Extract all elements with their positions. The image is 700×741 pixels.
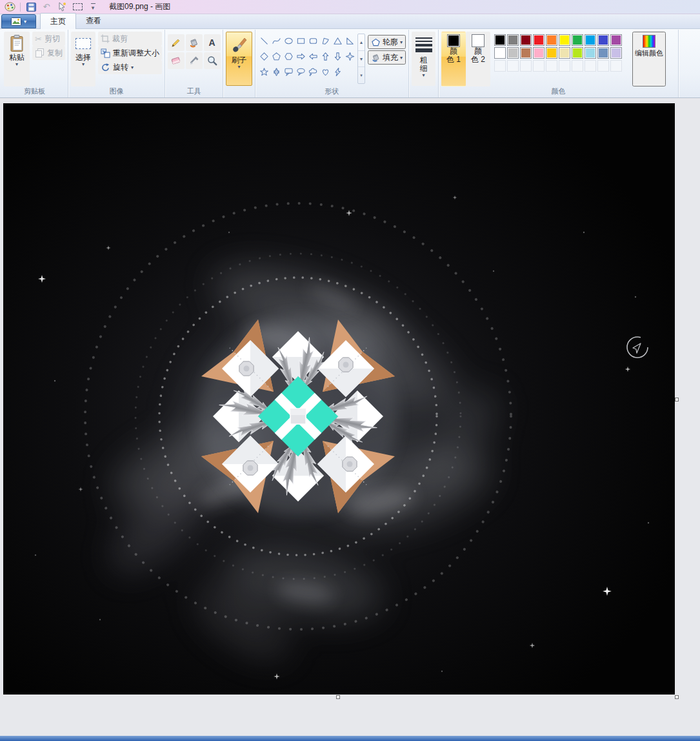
- tab-view[interactable]: 查看: [76, 13, 111, 28]
- palette-swatch[interactable]: [572, 47, 583, 59]
- palette-swatch[interactable]: [533, 34, 545, 46]
- cut-button[interactable]: ✂ 剪切: [32, 32, 65, 46]
- fill-button[interactable]: 填充 ▾: [368, 50, 406, 65]
- palette-empty-slot[interactable]: [546, 60, 557, 72]
- shape-lightning[interactable]: [332, 64, 344, 79]
- palette-empty-slot[interactable]: [610, 60, 622, 72]
- palette-swatch[interactable]: [494, 47, 506, 59]
- undo-button[interactable]: ↶: [39, 1, 54, 13]
- palette-empty-slot[interactable]: [533, 60, 545, 72]
- color1-label-line2: 色 1: [446, 56, 461, 64]
- taskbar-sliver[interactable]: [0, 736, 700, 741]
- palette-swatch[interactable]: [572, 34, 583, 46]
- chevron-down-icon: ▾: [237, 65, 240, 69]
- shape-heart[interactable]: [319, 64, 332, 79]
- canvas[interactable]: [3, 103, 675, 695]
- shape-triangle[interactable]: [332, 33, 344, 48]
- shape-hexagon[interactable]: [283, 48, 295, 64]
- fill-label: 填充: [383, 52, 398, 63]
- canvas-resize-handle-bottom[interactable]: [336, 695, 340, 699]
- palette-empty-slot[interactable]: [559, 60, 570, 72]
- shape-polygon[interactable]: [319, 33, 332, 48]
- palette-empty-slot[interactable]: [572, 60, 583, 72]
- shape-up-arrow[interactable]: [319, 48, 332, 64]
- outline-button[interactable]: 轮廓 ▾: [368, 35, 406, 49]
- canvas-artwork: [3, 103, 675, 695]
- pencil-icon: [170, 37, 181, 48]
- shape-line[interactable]: [258, 33, 270, 48]
- window-title: 截图09.png - 画图: [109, 1, 170, 12]
- shape-left-arrow[interactable]: [307, 48, 319, 64]
- palette-swatch[interactable]: [559, 47, 570, 59]
- shape-right-arrow[interactable]: [295, 48, 307, 64]
- palette-empty-slot[interactable]: [597, 60, 609, 72]
- palette-empty-slot[interactable]: [520, 60, 532, 72]
- pointer-icon: [57, 2, 66, 12]
- shapes-more-button[interactable]: ▾: [358, 67, 365, 83]
- palette-swatch[interactable]: [610, 34, 622, 46]
- tab-home[interactable]: 主页: [40, 13, 76, 29]
- shape-right-triangle[interactable]: [344, 33, 356, 48]
- palette-empty-slot[interactable]: [494, 60, 506, 72]
- rotate-button[interactable]: 旋转 ▾: [98, 60, 162, 74]
- palette-swatch[interactable]: [597, 34, 609, 46]
- brushes-button[interactable]: 刷子 ▾: [226, 32, 252, 86]
- shape-oval[interactable]: [283, 33, 295, 48]
- pencil-tool-button[interactable]: [168, 34, 185, 51]
- magnifier-tool-button[interactable]: [204, 52, 221, 69]
- fill-tool-button[interactable]: [186, 34, 203, 51]
- shapes-scroll-down-button[interactable]: ▼: [358, 51, 365, 68]
- canvas-resize-handle-corner[interactable]: [675, 695, 679, 699]
- crop-button[interactable]: 裁剪: [98, 32, 162, 46]
- application-menu-button[interactable]: ▾: [1, 14, 36, 28]
- color1-button[interactable]: 颜 色 1: [441, 32, 466, 86]
- palette-swatch[interactable]: [610, 47, 622, 59]
- size-button[interactable]: 粗细 ▾: [412, 32, 435, 86]
- shape-six-point-star[interactable]: [270, 64, 283, 79]
- palette-swatch[interactable]: [559, 34, 570, 46]
- color2-button[interactable]: 颜 色 2: [466, 32, 490, 86]
- shape-oval-callout[interactable]: [295, 64, 307, 79]
- edit-colors-button[interactable]: 编辑颜色: [632, 32, 666, 86]
- shape-rounded-callout[interactable]: [283, 64, 295, 79]
- shape-five-point-star[interactable]: [258, 64, 270, 79]
- save-icon: [26, 3, 36, 12]
- palette-swatch[interactable]: [533, 47, 545, 59]
- palette-swatch[interactable]: [546, 47, 557, 59]
- palette-swatch[interactable]: [597, 47, 609, 59]
- palette-swatch[interactable]: [494, 34, 506, 46]
- palette-swatch[interactable]: [585, 34, 596, 46]
- text-tool-button[interactable]: A: [204, 34, 221, 51]
- shape-diamond[interactable]: [258, 48, 270, 64]
- shape-pentagon[interactable]: [270, 48, 283, 64]
- paste-button[interactable]: 粘贴 ▾: [4, 32, 30, 86]
- palette-swatch[interactable]: [546, 34, 557, 46]
- shapes-scroll-up-button[interactable]: ▲: [358, 34, 365, 51]
- outline-icon: [371, 37, 381, 47]
- shape-four-point-star[interactable]: [344, 48, 356, 64]
- canvas-resize-handle-right[interactable]: [675, 398, 679, 401]
- color-picker-tool-button[interactable]: [186, 52, 203, 69]
- app-icon[interactable]: [3, 1, 17, 13]
- palette-swatch[interactable]: [520, 47, 532, 59]
- qat-customize-button[interactable]: ▾: [86, 1, 100, 13]
- shape-cloud-callout[interactable]: [307, 64, 319, 79]
- resize-button[interactable]: 重新调整大小: [98, 46, 162, 60]
- palette-empty-slot[interactable]: [585, 60, 596, 72]
- pointer-button[interactable]: [55, 1, 69, 13]
- shape-rounded-rectangle[interactable]: [307, 33, 319, 48]
- undo-icon: ↶: [43, 3, 50, 11]
- palette-empty-slot[interactable]: [507, 60, 519, 72]
- copy-button[interactable]: 复制: [32, 46, 65, 60]
- shape-down-arrow[interactable]: [332, 48, 344, 64]
- shape-curve[interactable]: [270, 33, 283, 48]
- palette-swatch[interactable]: [585, 47, 596, 59]
- palette-swatch[interactable]: [520, 34, 532, 46]
- eraser-tool-button[interactable]: [168, 52, 185, 69]
- select-button[interactable]: 选择 ▾: [71, 32, 95, 86]
- palette-swatch[interactable]: [507, 47, 519, 59]
- palette-swatch[interactable]: [507, 34, 519, 46]
- shape-rectangle[interactable]: [295, 33, 307, 48]
- save-button[interactable]: [24, 1, 38, 13]
- selection-qat-button[interactable]: [70, 1, 85, 13]
